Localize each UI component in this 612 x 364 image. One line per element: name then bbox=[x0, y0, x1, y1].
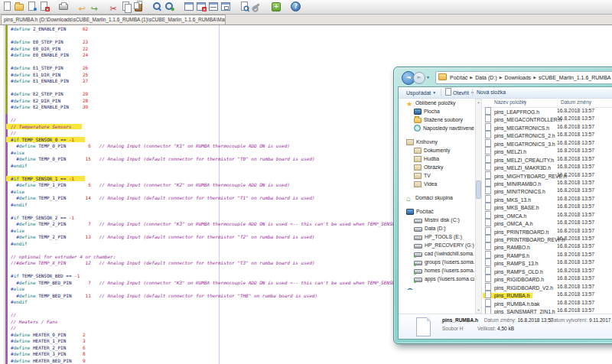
file-row[interactable]: pins_MEGATRONICS_3.h16.8.2018 13:57 bbox=[483, 139, 612, 147]
sidebar-scrollbar[interactable]: ▲ ▼ bbox=[475, 99, 482, 314]
sidebar-item-sta-en-soubory[interactable]: Stažené soubory bbox=[400, 115, 474, 124]
sidebar-item-s[interactable]: Síť bbox=[400, 288, 474, 290]
file-date-modified: 16.8.2018 13:57 bbox=[557, 211, 594, 219]
file-date-modified: 16.8.2018 13:57 bbox=[557, 155, 594, 163]
breadcrumb-separator-icon[interactable]: ▶ bbox=[532, 72, 538, 83]
file-row[interactable]: pins_PRINTRBOARD.h16.8.2018 13:57 bbox=[483, 227, 612, 235]
breadcrumb-item[interactable]: Počítač bbox=[449, 72, 468, 83]
find-icon[interactable] bbox=[151, 1, 162, 11]
save-file-icon[interactable] bbox=[26, 1, 37, 11]
sidebar-item-obl-ben-polo-ky[interactable]: ★Oblíbené položky bbox=[400, 99, 474, 107]
file-row[interactable]: pins_MELZI_MAKR3D.h16.8.2018 13:57 bbox=[483, 163, 612, 171]
yellow-highlight: // Temperature Sensors bbox=[11, 124, 71, 129]
sidebar-item-data-d[interactable]: Data (D:) bbox=[400, 224, 474, 232]
scroll-up-icon[interactable]: ▲ bbox=[476, 99, 481, 105]
sidebar-item-dom-c-skupina[interactable]: ⌂Domácí skupina bbox=[400, 193, 474, 202]
file-icon bbox=[485, 307, 491, 314]
new-window-icon[interactable] bbox=[183, 1, 194, 11]
created-label: Datum vytvoření: bbox=[550, 317, 588, 323]
created-value: 9.11.2017 18:2 bbox=[589, 317, 612, 323]
file-row[interactable]: pins_MINITRONICS.h16.8.2018 13:57 bbox=[483, 187, 612, 194]
file-row[interactable]: pins_MEGACONTROLLER.h16.8.2018 13:57 bbox=[483, 115, 612, 122]
print-icon[interactable] bbox=[57, 1, 68, 11]
tile-horizontal-icon[interactable] bbox=[207, 1, 218, 11]
close-file-icon[interactable]: × bbox=[38, 1, 49, 11]
file-icon bbox=[485, 291, 491, 298]
details-file-name: pins_RUMBA.h bbox=[442, 317, 478, 323]
file-row[interactable]: pins_OMCA.h16.8.2018 13:57 bbox=[483, 211, 612, 219]
cut-icon[interactable]: ✂ bbox=[108, 1, 119, 11]
breadcrumb[interactable]: Počítač▶Data (D:)▶Downloads▶sCUBE_Marlin… bbox=[435, 71, 612, 84]
sidebar-item-tv[interactable]: TV bbox=[400, 171, 474, 180]
file-row[interactable]: pins_OMCA_A.h16.8.2018 13:57 bbox=[483, 219, 612, 226]
file-row[interactable]: pins_RAMBO.h16.8.2018 13:57 bbox=[483, 242, 612, 250]
sidebar-item-apps-users-soma-cz-z[interactable]: apps (\\users.soma.cz) (Z bbox=[400, 275, 474, 283]
new-folder-button[interactable]: Nová složka bbox=[477, 87, 506, 98]
file-date-modified: 16.8.2018 13:57 bbox=[557, 187, 594, 194]
find-replace-icon[interactable] bbox=[164, 1, 174, 11]
new-file-icon[interactable] bbox=[2, 1, 12, 11]
breadcrumb-item[interactable]: Downloads bbox=[503, 72, 532, 83]
settings-icon[interactable] bbox=[251, 1, 262, 11]
open-button[interactable]: Otevřít▼ bbox=[445, 87, 474, 99]
help-icon[interactable]: ? bbox=[289, 1, 300, 11]
file-row[interactable]: pins_RAMPS_13.h16.8.2018 13:57 bbox=[483, 258, 612, 266]
sidebar-item-dokumenty[interactable]: Dokumenty bbox=[400, 146, 474, 154]
scrollbar-thumb[interactable] bbox=[476, 180, 481, 199]
breadcrumb-separator-icon[interactable]: ▶ bbox=[468, 72, 474, 83]
file-row[interactable]: pins_RIGIDBOARD.h16.8.2018 13:57 bbox=[483, 275, 612, 282]
breadcrumb-separator-icon[interactable]: ▶ bbox=[498, 72, 504, 83]
date-column-header[interactable]: Datum změny bbox=[557, 98, 591, 107]
file-row[interactable]: pins_MEGATRONICS.h16.8.2018 13:57 bbox=[483, 123, 612, 131]
history-dropdown-icon[interactable]: ▼ bbox=[426, 75, 430, 80]
file-row[interactable]: pins_RUMBA.h16.8.2018 13:57 bbox=[483, 291, 612, 298]
organize-button[interactable]: Uspořádat▼ bbox=[406, 87, 436, 99]
tile-vertical-icon[interactable] bbox=[220, 1, 230, 11]
sidebar-item-po-ta[interactable]: Počítač bbox=[400, 207, 474, 216]
undo-icon[interactable]: ↩ bbox=[76, 1, 87, 11]
document-tab[interactable]: pins_RUMBA.h (D:\Downloads\sCUBE_Marlin_… bbox=[1, 15, 226, 24]
sidebar-item-plocha[interactable]: Plocha bbox=[400, 107, 474, 115]
sidebar-item-obr-zky[interactable]: Obrázky bbox=[400, 163, 474, 171]
file-row[interactable]: pins_MIGHTYBOARD_REVE.h16.8.2018 13:57 bbox=[483, 171, 612, 179]
file-row[interactable]: pins_LEAPFROG.h16.8.2018 13:57 bbox=[483, 107, 612, 115]
preview-icon[interactable] bbox=[239, 1, 249, 11]
scroll-down-icon[interactable]: ▼ bbox=[476, 307, 481, 313]
file-row[interactable]: pins_RAMPS.h16.8.2018 13:57 bbox=[483, 251, 612, 258]
sidebar-item-hudba[interactable]: Hudba bbox=[400, 154, 474, 163]
sidebar-item-cad-windchill-soma-cz[interactable]: cad (\\windchill.soma.cz) bbox=[400, 249, 474, 258]
breadcrumb-item[interactable]: Data (D:) bbox=[474, 72, 497, 83]
close-window-icon[interactable]: × bbox=[195, 1, 206, 11]
file-row[interactable]: pins_MINIRAMBO.h16.8.2018 13:57 bbox=[483, 179, 612, 187]
sidebar-item-videa[interactable]: Videa bbox=[400, 180, 474, 188]
chevron-down-icon: ▼ bbox=[431, 90, 436, 95]
sidebar-item-m-stn-disk-c[interactable]: Místní disk (C:) bbox=[400, 216, 474, 224]
sidebar-item-groups-users-soma-cz[interactable]: groups (\\users.soma.cz) bbox=[400, 258, 474, 266]
redo-icon[interactable]: ↪ bbox=[89, 1, 99, 11]
file-row[interactable]: pins_PRINTRBOARD_REVF.h16.8.2018 13:57 bbox=[483, 235, 612, 242]
file-row[interactable]: pins_MELZI_CREALITY.h16.8.2018 13:57 bbox=[483, 155, 612, 163]
file-row[interactable]: pins_SAINSMART_2IN1.h16.8.2018 13:57 bbox=[483, 307, 612, 314]
file-row[interactable]: pins_MKS_13.h16.8.2018 13:57 bbox=[483, 195, 612, 203]
paste-icon[interactable] bbox=[132, 1, 143, 11]
explorer-window[interactable]: ◄ ► ▼ Počítač▶Data (D:)▶Downloads▶sCUBE_… bbox=[393, 67, 612, 344]
file-row[interactable]: pins_RIGIDBOARD_V2.h16.8.2018 13:57 bbox=[483, 283, 612, 291]
copy-icon[interactable] bbox=[120, 1, 131, 11]
file-row[interactable]: pins_RUMBA.h.bak16.8.2018 13:57 bbox=[483, 299, 612, 307]
file-row[interactable]: pins_MEGATRONICS_2.h16.8.2018 13:57 bbox=[483, 131, 612, 138]
open-folder-icon[interactable] bbox=[14, 1, 24, 11]
file-row[interactable]: pins_MKS_BASE.h16.8.2018 13:57 bbox=[483, 203, 612, 210]
name-column-header[interactable]: Název položky bbox=[494, 98, 526, 107]
sidebar-item-hp-tools-e[interactable]: HP_TOOLS (E:) bbox=[400, 232, 474, 241]
plugin-icon[interactable]: + bbox=[270, 1, 281, 11]
file-row[interactable]: pins_MELZI.h16.8.2018 13:57 bbox=[483, 147, 612, 154]
sidebar-item-homes-users-soma-cz[interactable]: homes (\\users.soma.cz) bbox=[400, 266, 474, 275]
sidebar-item-knihovny[interactable]: Knihovny bbox=[400, 138, 474, 146]
file-row[interactable]: pins_RAMPS_OLD.h16.8.2018 13:57 bbox=[483, 267, 612, 275]
sidebar-item-naposledy-nav-t-ven[interactable]: Naposledy navštívené bbox=[400, 124, 474, 132]
forward-button[interactable]: ► bbox=[413, 72, 425, 84]
desktop-icon bbox=[414, 109, 422, 115]
file-date-modified: 16.8.2018 13:57 bbox=[557, 235, 594, 242]
sidebar-item-hp-recovery-g[interactable]: HP_RECOVERY (G:) bbox=[400, 241, 474, 249]
breadcrumb-item[interactable]: sCUBE_Marlin_1.1.6_RUMBA (1) bbox=[538, 72, 612, 83]
